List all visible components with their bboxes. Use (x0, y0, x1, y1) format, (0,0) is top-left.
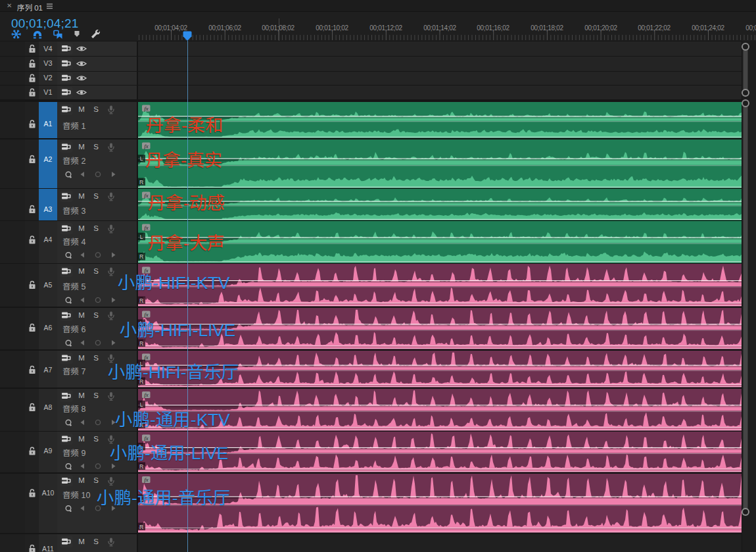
svg-text:fx: fx (144, 143, 149, 149)
svg-text:R: R (139, 253, 143, 260)
svg-text:fx: fx (144, 354, 149, 361)
svg-text:fx: fx (144, 311, 149, 318)
svg-text:L: L (140, 234, 143, 240)
svg-text:R: R (139, 524, 143, 530)
svg-text:fx: fx (144, 224, 149, 231)
svg-text:L: L (140, 401, 143, 408)
svg-text:R: R (139, 297, 143, 304)
svg-text:fx: fx (144, 476, 149, 483)
svg-text:fx: fx (144, 435, 149, 441)
svg-text:R: R (139, 340, 143, 347)
svg-text:R: R (139, 179, 143, 186)
svg-text:R: R (139, 463, 143, 470)
svg-text:fx: fx (144, 391, 149, 398)
svg-text:L: L (140, 155, 143, 162)
svg-text:fx: fx (144, 105, 149, 112)
